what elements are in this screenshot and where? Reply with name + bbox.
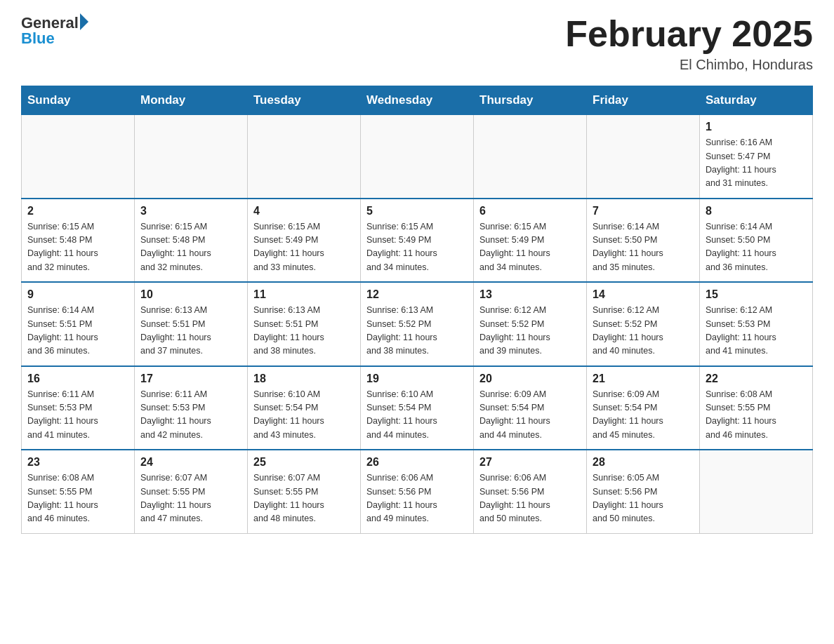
logo-arrow-icon bbox=[80, 13, 88, 30]
table-row: 27Sunrise: 6:06 AM Sunset: 5:56 PM Dayli… bbox=[474, 450, 587, 533]
day-number: 9 bbox=[27, 288, 128, 301]
calendar-week-row: 16Sunrise: 6:11 AM Sunset: 5:53 PM Dayli… bbox=[22, 366, 813, 450]
table-row bbox=[135, 115, 248, 199]
day-info: Sunrise: 6:11 AM Sunset: 5:53 PM Dayligh… bbox=[27, 388, 128, 443]
calendar-header-row: Sunday Monday Tuesday Wednesday Thursday… bbox=[22, 86, 813, 115]
table-row bbox=[248, 115, 361, 199]
day-number: 28 bbox=[593, 456, 694, 469]
day-info: Sunrise: 6:14 AM Sunset: 5:50 PM Dayligh… bbox=[593, 220, 694, 275]
day-number: 27 bbox=[479, 456, 581, 469]
day-number: 4 bbox=[253, 205, 355, 217]
day-info: Sunrise: 6:12 AM Sunset: 5:53 PM Dayligh… bbox=[706, 304, 807, 358]
table-row: 9Sunrise: 6:14 AM Sunset: 5:51 PM Daylig… bbox=[22, 282, 135, 366]
day-info: Sunrise: 6:06 AM Sunset: 5:56 PM Dayligh… bbox=[479, 471, 581, 526]
col-thursday: Thursday bbox=[474, 86, 587, 115]
table-row bbox=[587, 115, 700, 199]
day-number: 2 bbox=[27, 205, 128, 217]
day-number: 19 bbox=[366, 373, 468, 385]
table-row: 2Sunrise: 6:15 AM Sunset: 5:48 PM Daylig… bbox=[22, 199, 135, 283]
day-number: 22 bbox=[706, 373, 807, 385]
day-info: Sunrise: 6:09 AM Sunset: 5:54 PM Dayligh… bbox=[593, 388, 694, 443]
day-info: Sunrise: 6:05 AM Sunset: 5:56 PM Dayligh… bbox=[593, 471, 694, 526]
table-row: 18Sunrise: 6:10 AM Sunset: 5:54 PM Dayli… bbox=[248, 366, 361, 450]
day-number: 18 bbox=[253, 373, 355, 385]
day-info: Sunrise: 6:07 AM Sunset: 5:55 PM Dayligh… bbox=[140, 471, 241, 526]
day-info: Sunrise: 6:08 AM Sunset: 5:55 PM Dayligh… bbox=[706, 388, 807, 443]
table-row: 8Sunrise: 6:14 AM Sunset: 5:50 PM Daylig… bbox=[700, 199, 813, 283]
day-info: Sunrise: 6:15 AM Sunset: 5:49 PM Dayligh… bbox=[253, 220, 355, 275]
day-info: Sunrise: 6:12 AM Sunset: 5:52 PM Dayligh… bbox=[593, 304, 694, 358]
day-number: 5 bbox=[366, 205, 468, 217]
table-row: 21Sunrise: 6:09 AM Sunset: 5:54 PM Dayli… bbox=[587, 366, 700, 450]
table-row: 12Sunrise: 6:13 AM Sunset: 5:52 PM Dayli… bbox=[361, 282, 474, 366]
calendar-week-row: 23Sunrise: 6:08 AM Sunset: 5:55 PM Dayli… bbox=[22, 450, 813, 533]
day-info: Sunrise: 6:15 AM Sunset: 5:49 PM Dayligh… bbox=[479, 220, 581, 275]
month-title: February 2025 bbox=[565, 14, 813, 54]
day-info: Sunrise: 6:08 AM Sunset: 5:55 PM Dayligh… bbox=[27, 471, 128, 526]
day-number: 11 bbox=[253, 288, 355, 301]
col-tuesday: Tuesday bbox=[248, 86, 361, 115]
col-sunday: Sunday bbox=[22, 86, 135, 115]
table-row: 28Sunrise: 6:05 AM Sunset: 5:56 PM Dayli… bbox=[587, 450, 700, 533]
table-row: 11Sunrise: 6:13 AM Sunset: 5:51 PM Dayli… bbox=[248, 282, 361, 366]
table-row bbox=[361, 115, 474, 199]
day-number: 1 bbox=[706, 121, 807, 133]
table-row: 5Sunrise: 6:15 AM Sunset: 5:49 PM Daylig… bbox=[361, 199, 474, 283]
day-number: 21 bbox=[593, 373, 694, 385]
day-info: Sunrise: 6:15 AM Sunset: 5:49 PM Dayligh… bbox=[366, 220, 468, 275]
col-friday: Friday bbox=[587, 86, 700, 115]
table-row: 17Sunrise: 6:11 AM Sunset: 5:53 PM Dayli… bbox=[135, 366, 248, 450]
day-number: 23 bbox=[27, 456, 128, 469]
day-number: 14 bbox=[593, 288, 694, 301]
table-row bbox=[22, 115, 135, 199]
day-info: Sunrise: 6:11 AM Sunset: 5:53 PM Dayligh… bbox=[140, 388, 241, 443]
day-info: Sunrise: 6:14 AM Sunset: 5:50 PM Dayligh… bbox=[706, 220, 807, 275]
day-number: 17 bbox=[140, 373, 241, 385]
table-row: 23Sunrise: 6:08 AM Sunset: 5:55 PM Dayli… bbox=[22, 450, 135, 533]
title-block: February 2025 El Chimbo, Honduras bbox=[565, 14, 813, 73]
col-wednesday: Wednesday bbox=[361, 86, 474, 115]
table-row: 24Sunrise: 6:07 AM Sunset: 5:55 PM Dayli… bbox=[135, 450, 248, 533]
table-row bbox=[700, 450, 813, 533]
table-row: 1Sunrise: 6:16 AM Sunset: 5:47 PM Daylig… bbox=[700, 115, 813, 199]
table-row: 4Sunrise: 6:15 AM Sunset: 5:49 PM Daylig… bbox=[248, 199, 361, 283]
day-number: 10 bbox=[140, 288, 241, 301]
table-row: 13Sunrise: 6:12 AM Sunset: 5:52 PM Dayli… bbox=[474, 282, 587, 366]
day-number: 3 bbox=[140, 205, 241, 217]
day-number: 20 bbox=[479, 373, 581, 385]
day-info: Sunrise: 6:13 AM Sunset: 5:51 PM Dayligh… bbox=[140, 304, 241, 358]
day-info: Sunrise: 6:13 AM Sunset: 5:51 PM Dayligh… bbox=[253, 304, 355, 358]
day-number: 26 bbox=[366, 456, 468, 469]
day-info: Sunrise: 6:06 AM Sunset: 5:56 PM Dayligh… bbox=[366, 471, 468, 526]
day-info: Sunrise: 6:15 AM Sunset: 5:48 PM Dayligh… bbox=[27, 220, 128, 275]
day-info: Sunrise: 6:10 AM Sunset: 5:54 PM Dayligh… bbox=[366, 388, 468, 443]
table-row: 6Sunrise: 6:15 AM Sunset: 5:49 PM Daylig… bbox=[474, 199, 587, 283]
day-number: 8 bbox=[706, 205, 807, 217]
day-info: Sunrise: 6:16 AM Sunset: 5:47 PM Dayligh… bbox=[706, 136, 807, 191]
day-number: 24 bbox=[140, 456, 241, 469]
day-info: Sunrise: 6:14 AM Sunset: 5:51 PM Dayligh… bbox=[27, 304, 128, 358]
table-row: 15Sunrise: 6:12 AM Sunset: 5:53 PM Dayli… bbox=[700, 282, 813, 366]
table-row: 16Sunrise: 6:11 AM Sunset: 5:53 PM Dayli… bbox=[22, 366, 135, 450]
day-number: 25 bbox=[253, 456, 355, 469]
day-info: Sunrise: 6:12 AM Sunset: 5:52 PM Dayligh… bbox=[479, 304, 581, 358]
calendar-week-row: 9Sunrise: 6:14 AM Sunset: 5:51 PM Daylig… bbox=[22, 282, 813, 366]
col-saturday: Saturday bbox=[700, 86, 813, 115]
table-row: 25Sunrise: 6:07 AM Sunset: 5:55 PM Dayli… bbox=[248, 450, 361, 533]
logo-blue-text: Blue bbox=[21, 29, 55, 48]
table-row: 10Sunrise: 6:13 AM Sunset: 5:51 PM Dayli… bbox=[135, 282, 248, 366]
day-number: 13 bbox=[479, 288, 581, 301]
table-row: 14Sunrise: 6:12 AM Sunset: 5:52 PM Dayli… bbox=[587, 282, 700, 366]
table-row: 22Sunrise: 6:08 AM Sunset: 5:55 PM Dayli… bbox=[700, 366, 813, 450]
day-info: Sunrise: 6:07 AM Sunset: 5:55 PM Dayligh… bbox=[253, 471, 355, 526]
location-subtitle: El Chimbo, Honduras bbox=[565, 57, 813, 73]
day-number: 15 bbox=[706, 288, 807, 301]
calendar-week-row: 1Sunrise: 6:16 AM Sunset: 5:47 PM Daylig… bbox=[22, 115, 813, 199]
day-info: Sunrise: 6:13 AM Sunset: 5:52 PM Dayligh… bbox=[366, 304, 468, 358]
day-info: Sunrise: 6:15 AM Sunset: 5:48 PM Dayligh… bbox=[140, 220, 241, 275]
table-row: 26Sunrise: 6:06 AM Sunset: 5:56 PM Dayli… bbox=[361, 450, 474, 533]
day-info: Sunrise: 6:09 AM Sunset: 5:54 PM Dayligh… bbox=[479, 388, 581, 443]
day-number: 7 bbox=[593, 205, 694, 217]
table-row: 3Sunrise: 6:15 AM Sunset: 5:48 PM Daylig… bbox=[135, 199, 248, 283]
calendar-table: Sunday Monday Tuesday Wednesday Thursday… bbox=[21, 86, 813, 534]
